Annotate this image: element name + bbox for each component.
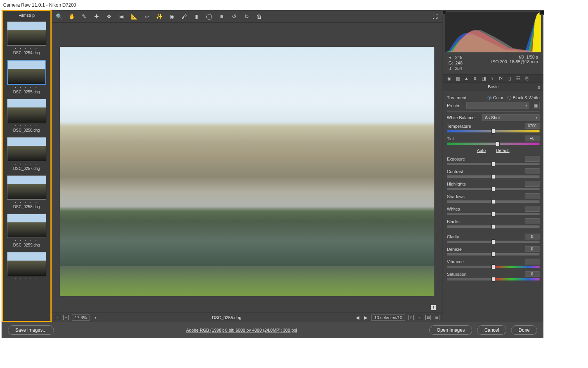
crop-tool-icon[interactable]: ▣: [118, 13, 125, 20]
highlight-clip-indicator[interactable]: [540, 10, 544, 15]
graduated-filter-tool-icon[interactable]: ▮: [193, 13, 200, 20]
temperature-slider[interactable]: [447, 130, 540, 132]
tab-split-icon[interactable]: ◨: [480, 76, 487, 81]
zoom-in-icon[interactable]: +: [63, 315, 69, 320]
open-images-button[interactable]: Open Images: [429, 325, 472, 335]
saturation-slider[interactable]: [447, 278, 540, 280]
default-link[interactable]: Default: [496, 148, 509, 153]
tab-hsl-icon[interactable]: ≡: [472, 76, 478, 81]
prev-image-icon[interactable]: ◀: [355, 315, 360, 320]
tab-presets-icon[interactable]: ☷: [515, 76, 521, 81]
extra-option-a-icon[interactable]: ▦: [425, 315, 431, 320]
warning-icon[interactable]: !: [431, 305, 436, 310]
tab-detail-icon[interactable]: ▲: [463, 76, 470, 81]
rotate-ccw-icon[interactable]: ↺: [231, 13, 238, 20]
toggle-fullscreen-icon[interactable]: ⛶: [432, 13, 439, 20]
white-balance-tool-icon[interactable]: ✎: [81, 13, 88, 20]
preferences-icon[interactable]: ≡: [218, 13, 225, 20]
dehaze-slider-thumb[interactable]: [491, 252, 495, 257]
tint-slider-thumb[interactable]: [496, 141, 500, 146]
vibrance-slider[interactable]: [447, 266, 540, 268]
blacks-slider[interactable]: [447, 225, 540, 228]
tab-curve-icon[interactable]: ▦: [455, 76, 461, 81]
exposure-slider-thumb[interactable]: [491, 162, 495, 166]
rotate-cw-icon[interactable]: ↻: [243, 13, 250, 20]
tint-slider[interactable]: [447, 143, 540, 145]
filmstrip-thumb[interactable]: [7, 214, 46, 238]
histogram[interactable]: [445, 12, 541, 52]
profile-select[interactable]: [466, 102, 529, 109]
adjustment-brush-tool-icon[interactable]: 🖌: [181, 13, 188, 20]
shadows-value[interactable]: [525, 193, 540, 199]
vibrance-value[interactable]: [525, 259, 540, 264]
filter-icon[interactable]: ☰: [434, 315, 439, 320]
profile-browser-button[interactable]: ▦: [532, 102, 540, 109]
panel-menu-icon[interactable]: ≡: [538, 85, 540, 90]
tab-basic-icon[interactable]: ◉: [446, 76, 452, 81]
blacks-value[interactable]: [525, 218, 540, 224]
transform-tool-icon[interactable]: ▱: [143, 13, 150, 20]
whites-slider[interactable]: [447, 213, 540, 215]
shadows-slider-thumb[interactable]: [491, 199, 495, 204]
filmstrip-thumb[interactable]: [7, 60, 46, 85]
radial-filter-tool-icon[interactable]: ◯: [206, 13, 213, 20]
color-sampler-tool-icon[interactable]: ✚: [93, 13, 100, 20]
dehaze-slider[interactable]: [447, 253, 540, 255]
filmstrip-thumb[interactable]: [7, 21, 46, 46]
highlights-slider[interactable]: [447, 188, 540, 190]
blacks-slider-thumb[interactable]: [491, 224, 495, 229]
clarity-slider[interactable]: [447, 241, 540, 243]
contrast-slider-thumb[interactable]: [491, 174, 495, 179]
temperature-slider-thumb[interactable]: [491, 129, 495, 134]
dehaze-value[interactable]: 0: [525, 246, 540, 252]
contrast-slider[interactable]: [447, 175, 540, 178]
auto-link[interactable]: Auto: [477, 148, 486, 153]
highlights-value[interactable]: [525, 181, 540, 187]
save-images-button[interactable]: Save Images...: [8, 325, 54, 335]
contrast-value[interactable]: [525, 168, 540, 174]
zoom-dropdown-icon[interactable]: ▾: [93, 315, 98, 320]
highlights-slider-thumb[interactable]: [491, 187, 495, 191]
vibrance-slider-thumb[interactable]: [491, 264, 495, 269]
delete-icon[interactable]: 🗑: [256, 13, 263, 20]
preview-area[interactable]: !: [52, 23, 443, 313]
cancel-button[interactable]: Cancel: [477, 325, 506, 335]
tab-lens-icon[interactable]: ⟟: [489, 76, 495, 81]
exposure-slider[interactable]: [447, 163, 540, 165]
treatment-color-radio[interactable]: [488, 96, 491, 100]
tab-snapshots-icon[interactable]: ⎘: [523, 76, 530, 81]
treatment-bw-radio[interactable]: [507, 96, 511, 100]
tab-fx-icon[interactable]: fx: [498, 76, 504, 81]
clarity-value[interactable]: 0: [525, 234, 540, 239]
targeted-adjust-tool-icon[interactable]: ✥: [106, 13, 113, 20]
red-eye-tool-icon[interactable]: ◉: [168, 13, 175, 20]
zoom-tool-icon[interactable]: 🔍: [56, 13, 63, 20]
whites-value[interactable]: [525, 206, 540, 212]
zoom-out-icon[interactable]: −: [55, 315, 60, 320]
saturation-slider-thumb[interactable]: [491, 277, 495, 282]
saturation-value[interactable]: 0: [525, 271, 540, 277]
whites-slider-thumb[interactable]: [491, 212, 495, 216]
exposure-value[interactable]: [525, 156, 540, 162]
sort-icon[interactable]: ≡: [417, 315, 422, 320]
filmstrip-thumb[interactable]: [7, 99, 46, 123]
clarity-slider-thumb[interactable]: [491, 239, 495, 244]
hand-tool-icon[interactable]: ✋: [68, 13, 75, 20]
thumb-rating-dots: • • • • •: [7, 200, 46, 204]
done-button[interactable]: Done: [511, 325, 537, 335]
tab-calibration-icon[interactable]: ▯: [506, 76, 513, 81]
shadows-slider[interactable]: [447, 200, 540, 203]
next-image-icon[interactable]: ▶: [363, 315, 368, 320]
filmstrip-thumb[interactable]: [7, 252, 46, 276]
filmstrip-thumb[interactable]: [7, 175, 46, 200]
workflow-options-link[interactable]: Adobe RGB (1998); 8 bit; 6000 by 4000 (2…: [186, 328, 297, 332]
straighten-tool-icon[interactable]: 📐: [131, 13, 138, 20]
filmstrip-thumb[interactable]: [7, 137, 46, 161]
tint-value[interactable]: +8: [525, 136, 540, 141]
rating-badge[interactable]: Y: [408, 315, 414, 320]
temperature-value[interactable]: 6700: [525, 123, 540, 129]
selection-count[interactable]: 10 selected/10: [371, 314, 405, 321]
zoom-level[interactable]: 17.3%: [72, 314, 90, 321]
wb-select[interactable]: As Shot: [482, 114, 540, 121]
spot-removal-tool-icon[interactable]: ✨: [156, 13, 163, 20]
